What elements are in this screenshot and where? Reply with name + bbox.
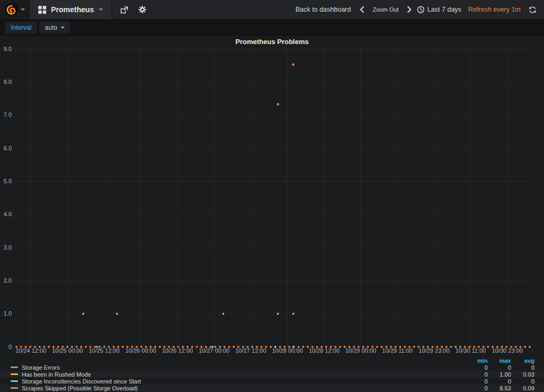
x-tick-label: 10/27 12:00 (235, 347, 266, 354)
time-range-picker[interactable]: Last 7 days (417, 6, 461, 13)
baseline-dot (390, 346, 392, 347)
interval-variable-value: auto (45, 24, 57, 31)
legend-value-max: 8.53 (488, 385, 511, 391)
baseline-dot (85, 346, 87, 347)
x-tick-label: 10/25 12:00 (89, 347, 120, 354)
legend-row: Scrapes Skipped (Possible Storge Overloa… (0, 385, 544, 391)
grafana-logo-button[interactable] (0, 0, 30, 19)
baseline-dot (478, 346, 480, 347)
legend-series-cell: Scrapes Skipped (Possible Storge Overloa… (11, 385, 464, 391)
share-button[interactable] (115, 0, 133, 19)
legend-swatch-icon[interactable] (11, 373, 18, 375)
baseline-dot (131, 346, 133, 347)
panel-title[interactable]: Prometheus Problems (0, 36, 544, 48)
baseline-dot (242, 346, 244, 347)
baseline-dot (510, 346, 512, 347)
x-tick-label: 10/25 00:00 (52, 347, 83, 354)
x-tick-label: 10/30 23:00 (492, 347, 523, 354)
submenu-variables: Interval auto (0, 20, 544, 35)
legend-swatch-icon[interactable] (11, 387, 18, 389)
time-shift-left-button[interactable] (358, 6, 366, 13)
baseline-dot (256, 346, 258, 347)
x-tick-label: 10/28 12:00 (309, 347, 339, 354)
baseline-dot (145, 346, 147, 347)
data-point (96, 346, 98, 347)
legend-value-max: 1.00 (488, 371, 511, 378)
baseline-dot (427, 346, 429, 347)
baseline-dot (136, 346, 138, 347)
baseline-dot (228, 346, 230, 347)
baseline-dot (395, 346, 396, 347)
baseline-dot (325, 346, 327, 347)
chevron-right-icon (406, 6, 412, 13)
baseline-dot (265, 346, 267, 347)
caret-down-icon (99, 8, 103, 11)
baseline-dot (279, 346, 280, 347)
baseline-dot (469, 346, 470, 347)
baseline-dot (464, 346, 465, 347)
data-point (277, 313, 278, 314)
baseline-dot (182, 346, 184, 347)
legend-header-row: minmaxavg (0, 357, 544, 364)
baseline-dot (460, 346, 461, 347)
legend-series-name[interactable]: Storage Errors (22, 364, 60, 371)
legend-column-header-max[interactable]: max (488, 357, 511, 364)
baseline-dot (409, 346, 410, 347)
x-tick-label: 10/29 11:00 (382, 347, 412, 354)
legend-column-header-avg[interactable]: avg (511, 357, 534, 364)
baseline-dot (71, 346, 73, 347)
baseline-dot (140, 346, 142, 347)
baseline-dot (362, 346, 364, 347)
legend-value-max: 0 (488, 364, 511, 371)
back-to-dashboard-button[interactable]: Back to dashboard (292, 6, 354, 13)
legend-series-cell: Has been in Rushed Mode (11, 371, 464, 378)
baseline-dot (210, 346, 211, 347)
baseline-dot (386, 346, 387, 347)
baseline-dot (302, 346, 304, 347)
legend-row: Has been in Rushed Mode01.000.03 (0, 371, 544, 378)
legend-column-header-min[interactable]: min (464, 357, 488, 364)
legend-value-avg: 0 (511, 364, 534, 371)
interval-variable-dropdown[interactable]: auto (39, 22, 70, 33)
settings-button[interactable] (133, 0, 151, 19)
legend-series-name[interactable]: Has been in Rushed Mode (22, 371, 91, 378)
data-point (223, 313, 224, 314)
baseline-dot (90, 346, 91, 347)
legend-swatch-icon[interactable] (11, 380, 18, 382)
legend-row: Storage Errors000 (0, 364, 544, 371)
baseline-dot (15, 346, 17, 347)
baseline-dot (159, 346, 160, 347)
legend-series-name[interactable]: Scrapes Skipped (Possible Storge Overloa… (22, 385, 138, 391)
baseline-dot (307, 346, 309, 347)
baseline-dot (455, 346, 456, 347)
baseline-dot (344, 346, 345, 347)
baseline-dot (367, 346, 369, 347)
data-point (116, 313, 117, 314)
baseline-dot (348, 346, 350, 347)
baseline-dot (200, 346, 202, 347)
data-point (82, 313, 84, 314)
legend-swatch-icon[interactable] (11, 367, 18, 368)
x-tick-label: 10/30 11:00 (455, 347, 486, 354)
baseline-dot (492, 346, 494, 347)
baseline-dot (298, 346, 299, 347)
baseline-dot (196, 346, 198, 347)
baseline-dot (506, 346, 507, 347)
refresh-icon (529, 6, 537, 14)
legend-series-cell: Storage Inconsitencies Discovered since … (11, 378, 464, 385)
baseline-dot (168, 346, 169, 347)
baseline-dot (219, 346, 220, 347)
refresh-button[interactable] (528, 6, 538, 14)
legend-series-name[interactable]: Storage Inconsitencies Discovered since … (22, 378, 141, 385)
refresh-interval-button[interactable]: Refresh every 1m (465, 6, 524, 13)
baseline-dot (224, 346, 225, 347)
time-shift-right-button[interactable] (405, 6, 413, 13)
baseline-dot (400, 346, 401, 347)
clock-icon (417, 6, 424, 13)
time-series-chart[interactable]: 9.08.07.06.05.04.03.02.01.0010/24 12:001… (0, 47, 544, 357)
gear-icon (138, 5, 147, 14)
baseline-dot (316, 346, 318, 347)
dashboard-picker[interactable]: Prometheus (30, 0, 112, 19)
baseline-dot (191, 346, 193, 347)
zoom-out-button[interactable]: Zoom Out (370, 6, 402, 13)
